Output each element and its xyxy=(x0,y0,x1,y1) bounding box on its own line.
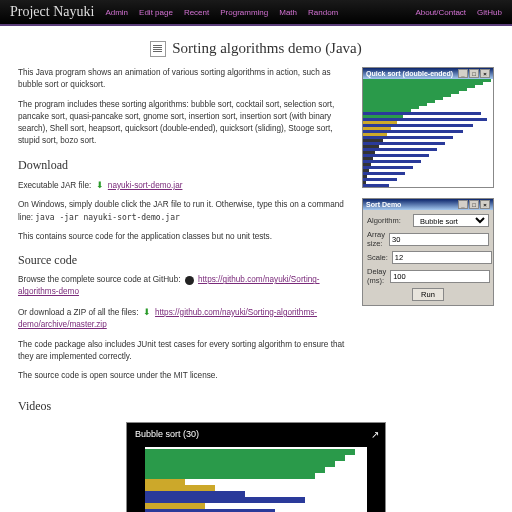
intro-1: This Java program shows an animation of … xyxy=(18,67,350,92)
window-titlebar: Quick sort (double-ended) _ □ × xyxy=(363,68,493,79)
download-line: Executable JAR file: ⬇ nayuki-sort-demo.… xyxy=(18,179,350,193)
close-icon: × xyxy=(480,69,490,78)
source-zip: Or download a ZIP of all the files: ⬇ ht… xyxy=(18,306,350,332)
video-chart xyxy=(145,447,367,512)
heading-download: Download xyxy=(18,158,350,173)
alg-label: Algorithm: xyxy=(367,216,409,225)
download-icon: ⬇ xyxy=(143,306,151,320)
scl-label: Scale: xyxy=(367,253,388,262)
title-text: Sorting algorithms demo (Java) xyxy=(172,40,362,57)
maximize-icon: □ xyxy=(469,69,479,78)
cmd-code: java -jar nayuki-sort-demo.jar xyxy=(35,213,180,222)
sort-chart xyxy=(363,79,493,187)
download-icon: ⬇ xyxy=(96,179,104,193)
document-icon xyxy=(150,41,166,57)
alg-select[interactable]: Bubble sort xyxy=(413,214,489,227)
screenshot-sortdemo: Sort Demo _ □ × Algorithm:Bubble sort Ar… xyxy=(362,198,494,306)
nav-admin[interactable]: Admin xyxy=(105,8,128,17)
scl-input[interactable] xyxy=(392,251,492,264)
nav-programming[interactable]: Programming xyxy=(220,8,268,17)
content: Sorting algorithms demo (Java) This Java… xyxy=(0,26,512,512)
heading-videos: Videos xyxy=(18,399,494,414)
heading-source: Source code xyxy=(18,253,350,268)
source-browse: Browse the complete source code at GitHu… xyxy=(18,274,350,299)
dly-input[interactable] xyxy=(390,270,490,283)
minimize-icon: _ xyxy=(458,200,468,209)
minimize-icon: _ xyxy=(458,69,468,78)
window-titlebar: Sort Demo _ □ × xyxy=(363,199,493,210)
page-title: Sorting algorithms demo (Java) xyxy=(18,40,494,57)
window-title-text: Quick sort (double-ended) xyxy=(366,70,453,77)
maximize-icon: □ xyxy=(469,200,479,209)
download-note: This contains source code for the applic… xyxy=(18,231,350,243)
source-license: The source code is open source under the… xyxy=(18,370,350,382)
download-windows: On Windows, simply double click the JAR … xyxy=(18,199,350,224)
source-junit: The code package also includes JUnit tes… xyxy=(18,339,350,364)
video-title: Bubble sort (30) xyxy=(135,429,199,439)
nav-math[interactable]: Math xyxy=(279,8,297,17)
nav-edit[interactable]: Edit page xyxy=(139,8,173,17)
form-panel: Algorithm:Bubble sort Array size: Scale:… xyxy=(363,210,493,305)
nav-github[interactable]: GitHub xyxy=(477,8,502,17)
dly-label: Delay (ms): xyxy=(367,267,386,285)
download-link[interactable]: nayuki-sort-demo.jar xyxy=(108,181,183,190)
brand[interactable]: Project Nayuki xyxy=(10,4,94,20)
nav-about[interactable]: About/Contact xyxy=(415,8,466,17)
nav-random[interactable]: Random xyxy=(308,8,338,17)
intro-2: The program includes these sorting algor… xyxy=(18,99,350,148)
arr-input[interactable] xyxy=(389,233,489,246)
video-player[interactable]: Bubble sort (30) ↗ xyxy=(126,422,386,512)
window-title-text: Sort Demo xyxy=(366,201,401,208)
close-icon: × xyxy=(480,200,490,209)
arr-label: Array size: xyxy=(367,230,385,248)
main-column: This Java program shows an animation of … xyxy=(18,67,350,389)
screenshot-quicksort: Quick sort (double-ended) _ □ × xyxy=(362,67,494,188)
topbar: Project Nayuki Admin Edit page Recent Pr… xyxy=(0,0,512,26)
nav-recent[interactable]: Recent xyxy=(184,8,209,17)
share-icon[interactable]: ↗ xyxy=(371,429,379,440)
github-icon xyxy=(185,276,194,285)
run-button[interactable]: Run xyxy=(412,288,444,301)
aside-column: Quick sort (double-ended) _ □ × Sort Dem… xyxy=(362,67,494,389)
